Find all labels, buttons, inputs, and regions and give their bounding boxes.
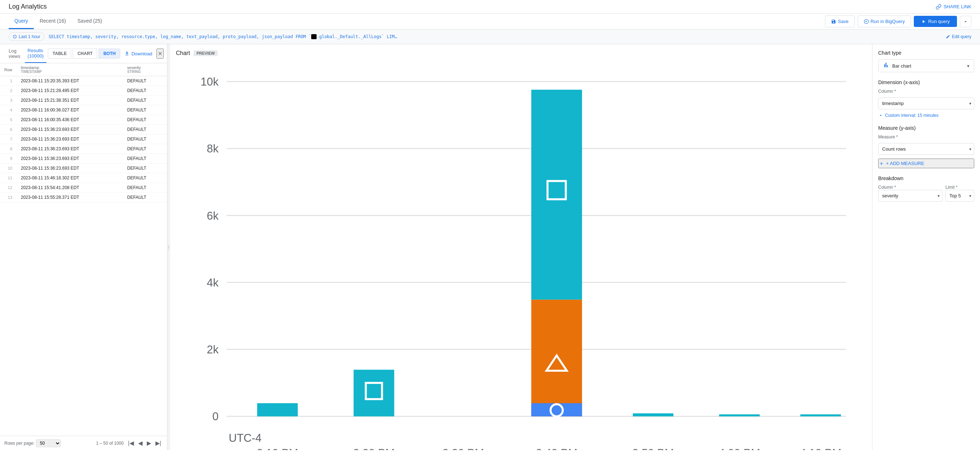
- col-header-timestamp: timestamp TIMESTAMP: [17, 63, 123, 76]
- chart-header: Chart PREVIEW: [176, 50, 866, 56]
- bar-chart-svg: 10k 8k 6k 4k 2k 0 UTC-4 3:10 PM: [176, 61, 866, 450]
- svg-rect-14: [257, 403, 298, 417]
- col-header-row: Row: [0, 63, 17, 76]
- next-page-button[interactable]: ▶: [145, 439, 153, 447]
- download-button[interactable]: Download: [122, 49, 155, 59]
- custom-interval-label: Custom interval: 15 minutes: [885, 113, 939, 118]
- panel-divider[interactable]: [167, 44, 170, 450]
- svg-rect-22: [531, 300, 582, 417]
- app-title: Log Analytics: [9, 3, 47, 10]
- page-navigation: |◀ ◀ ▶ ▶|: [127, 439, 162, 447]
- cell-severity: DEFAULT: [123, 154, 167, 163]
- cell-row-num: 2: [0, 86, 17, 96]
- svg-text:3:30 PM: 3:30 PM: [442, 447, 484, 450]
- svg-text:3:50 PM: 3:50 PM: [632, 447, 674, 450]
- svg-text:UTC-4: UTC-4: [229, 432, 262, 444]
- tab-query[interactable]: Query: [9, 14, 34, 29]
- table-row: 8 2023-08-11 15:36:23.693 EDT DEFAULT: [0, 144, 167, 154]
- table-row: 12 2023-08-11 15:54:41.208 EDT DEFAULT: [0, 183, 167, 193]
- breakdown-limit-label: Limit *: [945, 185, 974, 190]
- cell-timestamp: 2023-08-11 15:36:23.693 EDT: [17, 125, 123, 135]
- center-panel: Chart PREVIEW 10k 8k 6k 4k 2: [170, 44, 872, 450]
- view-chart-button[interactable]: CHART: [73, 49, 97, 59]
- preview-badge: PREVIEW: [194, 50, 218, 56]
- link-icon: [936, 4, 942, 10]
- tab-results[interactable]: Results (10000): [25, 44, 47, 63]
- share-link-label: SHARE LINK: [943, 4, 971, 10]
- first-page-button[interactable]: |◀: [127, 439, 135, 447]
- chart-svg-container: 10k 8k 6k 4k 2k 0 UTC-4 3:10 PM: [176, 61, 866, 450]
- breakdown-title: Breakdown: [878, 176, 974, 181]
- view-table-button[interactable]: TABLE: [48, 49, 71, 59]
- chart-type-arrow-icon: ▾: [967, 63, 970, 69]
- svg-text:4k: 4k: [207, 276, 219, 289]
- svg-text:10k: 10k: [200, 76, 219, 88]
- breakdown-limit: Limit * Top 5 Top 10 Top 20: [945, 185, 974, 202]
- dimension-column-select[interactable]: timestamp severity: [878, 97, 974, 109]
- table-row: 7 2023-08-11 15:36:23.693 EDT DEFAULT: [0, 135, 167, 144]
- table-row: 1 2023-08-11 15:20:35.393 EDT DEFAULT: [0, 76, 167, 86]
- time-range-chip[interactable]: Last 1 hour: [9, 32, 44, 41]
- rows-per-page-select[interactable]: 50 100 200: [36, 439, 61, 447]
- edit-query-button[interactable]: Edit query: [946, 34, 971, 39]
- dimension-section: Dimension (x-axis) Column * timestamp se…: [878, 79, 974, 118]
- chart-title: Chart: [176, 50, 190, 56]
- breakdown-limit-select[interactable]: Top 5 Top 10 Top 20: [945, 190, 974, 202]
- dimension-title: Dimension (x-axis): [878, 79, 974, 85]
- main-layout: Log views Results (10000) TABLE CHART BO…: [0, 44, 980, 450]
- download-icon: [124, 51, 129, 56]
- breakdown-section: Breakdown Column * severity timestamp Li…: [878, 176, 974, 202]
- close-panel-button[interactable]: [156, 49, 164, 59]
- tab-recent[interactable]: Recent (16): [34, 14, 72, 29]
- query-redacted: [311, 34, 317, 39]
- table-row: 9 2023-08-11 15:36:23.693 EDT DEFAULT: [0, 154, 167, 163]
- column-select-wrapper: timestamp severity: [878, 97, 974, 109]
- svg-rect-29: [719, 415, 760, 417]
- cell-row-num: 10: [0, 163, 17, 173]
- svg-text:4:10 PM: 4:10 PM: [800, 447, 842, 450]
- table-row: 3 2023-08-11 15:21:38.351 EDT DEFAULT: [0, 96, 167, 105]
- cell-row-num: 6: [0, 125, 17, 135]
- download-label: Download: [131, 51, 152, 56]
- table-row: 10 2023-08-11 15:36:23.693 EDT DEFAULT: [0, 163, 167, 173]
- tab-log-views[interactable]: Log views: [6, 44, 23, 63]
- measure-title: Measure (y-axis): [878, 125, 974, 131]
- svg-rect-16: [354, 369, 394, 416]
- cell-severity: DEFAULT: [123, 125, 167, 135]
- query-prefix: SELECT timestamp, severity, resource.typ…: [49, 34, 311, 39]
- pagination-bar: Rows per page: 50 100 200 1 – 50 of 1000…: [0, 436, 167, 450]
- page-info: 1 – 50 of 1000: [96, 441, 124, 446]
- table-wrapper: Row timestamp TIMESTAMP severity STRING: [0, 63, 167, 436]
- add-measure-button[interactable]: + ADD MEASURE: [878, 158, 974, 168]
- view-both-button[interactable]: BOTH: [99, 49, 120, 59]
- app-header: Log Analytics SHARE LINK: [0, 0, 980, 14]
- pencil-icon: [946, 35, 950, 39]
- svg-text:4:00 PM: 4:00 PM: [718, 447, 760, 450]
- chart-type-selector[interactable]: Bar chart ▾: [878, 59, 974, 72]
- breakdown-column-select[interactable]: severity timestamp: [878, 190, 943, 202]
- cell-severity: DEFAULT: [123, 76, 167, 86]
- close-icon: [157, 51, 163, 56]
- query-bar: Last 1 hour SELECT timestamp, severity, …: [0, 30, 980, 44]
- prev-page-button[interactable]: ◀: [137, 439, 144, 447]
- run-bigquery-button[interactable]: Run in BigQuery: [858, 16, 911, 27]
- time-range-label: Last 1 hour: [19, 34, 40, 39]
- scroll-button[interactable]: [960, 16, 971, 27]
- breakdown-row: Column * severity timestamp Limit * Top …: [878, 185, 974, 202]
- cell-severity: DEFAULT: [123, 173, 167, 183]
- chevron-up-down-icon: [963, 19, 968, 24]
- right-panel: Chart type Bar chart ▾ Dimension (x-axis…: [872, 44, 980, 450]
- cell-severity: DEFAULT: [123, 115, 167, 125]
- last-page-button[interactable]: ▶|: [154, 439, 162, 447]
- svg-text:3:10 PM: 3:10 PM: [256, 447, 298, 450]
- save-button[interactable]: Save: [825, 16, 855, 27]
- run-query-button[interactable]: Run query: [914, 16, 957, 27]
- share-link-button[interactable]: SHARE LINK: [936, 4, 971, 10]
- tab-saved[interactable]: Saved (25): [72, 14, 108, 29]
- custom-interval[interactable]: Custom interval: 15 minutes: [878, 113, 974, 118]
- svg-text:2k: 2k: [207, 343, 219, 356]
- cell-timestamp: 2023-08-11 15:54:41.208 EDT: [17, 183, 123, 193]
- breakdown-column-select-wrapper: severity timestamp: [878, 190, 943, 202]
- measure-select[interactable]: Count rows Sum Average: [878, 143, 974, 155]
- clock-icon: [13, 35, 17, 39]
